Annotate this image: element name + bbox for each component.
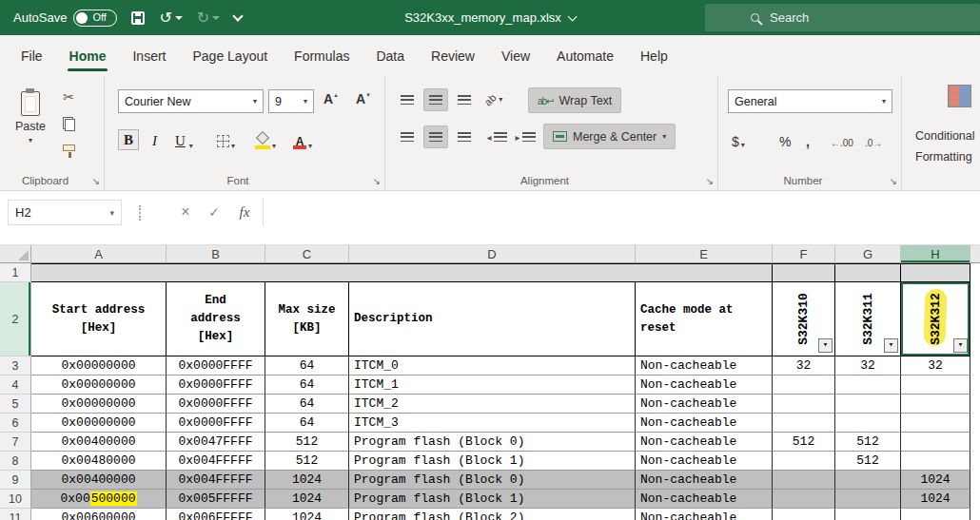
autosave-toggle[interactable]: Off <box>73 10 117 27</box>
header-cell-s32k311[interactable]: S32K311 <box>835 282 901 356</box>
cell-G11[interactable] <box>835 509 901 520</box>
tab-help[interactable]: Help <box>627 35 681 76</box>
cell-A9[interactable]: 0x00400000 <box>31 471 167 490</box>
cell-G9[interactable] <box>835 471 901 490</box>
cell-H8[interactable] <box>901 452 970 471</box>
cell-H9[interactable]: 1024 <box>901 471 970 490</box>
cell-G8[interactable]: 512 <box>835 452 901 471</box>
title-dropdown-icon[interactable] <box>567 11 577 21</box>
cell-H10[interactable]: 1024 <box>901 490 970 509</box>
cell-F9[interactable] <box>773 471 835 490</box>
paste-dropdown-icon[interactable] <box>29 137 32 144</box>
align-bottom-button[interactable] <box>452 88 477 111</box>
header-cell-start-address[interactable]: Start address [Hex] <box>31 282 167 356</box>
column-header-B[interactable]: B <box>167 245 265 263</box>
row-header-4[interactable]: 4 <box>0 376 31 395</box>
column-header-G[interactable]: G <box>835 245 901 263</box>
copy-button[interactable] <box>57 112 80 135</box>
cell-H5[interactable] <box>901 395 970 414</box>
cell-F3[interactable]: 32 <box>773 356 835 376</box>
borders-button[interactable] <box>217 128 235 150</box>
shrink-font-button[interactable]: A▾ <box>356 91 370 106</box>
row-header-3[interactable]: 3 <box>0 356 31 376</box>
font-size-dropdown-icon[interactable] <box>304 98 307 106</box>
undo-button[interactable] <box>159 9 182 27</box>
cell-C9[interactable]: 1024 <box>265 471 349 490</box>
tab-home[interactable]: Home <box>56 35 120 76</box>
column-header-H[interactable]: H <box>901 245 970 263</box>
cell-G6[interactable] <box>835 414 901 433</box>
header-cell-description[interactable]: Description <box>349 282 636 356</box>
cell-B8[interactable]: 0x004FFFFF <box>167 452 265 471</box>
cell-F8[interactable] <box>773 452 835 471</box>
cell-C7[interactable]: 512 <box>265 433 349 452</box>
cell-D5[interactable]: ITCM_2 <box>349 395 636 414</box>
borders-dropdown-icon[interactable] <box>231 143 235 150</box>
cell-C3[interactable]: 64 <box>265 356 349 376</box>
cut-button[interactable] <box>57 86 80 108</box>
align-right-button[interactable] <box>452 125 477 148</box>
tab-view[interactable]: View <box>488 35 543 76</box>
accounting-format-button[interactable]: $ <box>732 127 745 149</box>
number-format-dropdown-icon[interactable] <box>882 98 886 106</box>
tab-file[interactable]: File <box>8 35 56 76</box>
cell-C6[interactable]: 64 <box>265 414 349 433</box>
cell-G1[interactable] <box>835 263 901 282</box>
cell-B10[interactable]: 0x005FFFFF <box>167 490 265 509</box>
cell-E4[interactable]: Non-cacheable <box>636 376 773 395</box>
cell-D7[interactable]: Program flash (Block 0) <box>349 433 636 452</box>
italic-button[interactable]: I <box>148 128 161 150</box>
header-cell-end-address[interactable]: End address [Hex] <box>167 282 265 356</box>
tab-formulas[interactable]: Formulas <box>281 35 363 76</box>
fill-color-button[interactable] <box>255 128 276 150</box>
decrease-indent-button[interactable]: ◂ <box>484 125 509 148</box>
currency-dropdown-icon[interactable] <box>741 142 745 149</box>
cell-A5[interactable]: 0x00000000 <box>31 395 167 414</box>
increase-indent-button[interactable]: ▸ <box>513 125 538 148</box>
align-center-button[interactable] <box>423 125 448 148</box>
cell-E7[interactable]: Non-cacheable <box>636 433 773 452</box>
header-cell-s32k312-selected[interactable]: S32K312 <box>901 282 970 356</box>
cell-F1[interactable] <box>773 263 835 282</box>
cell-C11[interactable]: 1024 <box>265 509 349 520</box>
cell-D9[interactable]: Program flash (Block 0) <box>349 471 636 490</box>
font-name-combo[interactable]: Courier New <box>118 89 264 113</box>
orientation-button[interactable]: ab <box>484 88 517 111</box>
row-header-9[interactable]: 9 <box>0 471 31 490</box>
font-color-button[interactable] <box>293 128 312 150</box>
column-header-A[interactable]: A <box>31 245 167 263</box>
cell-F5[interactable] <box>773 395 835 414</box>
cell-C4[interactable]: 64 <box>265 376 349 395</box>
bold-button[interactable]: B <box>118 128 139 150</box>
cell-H3[interactable]: 32 <box>901 356 970 376</box>
insert-function-icon[interactable]: fx <box>232 200 257 224</box>
cell-B5[interactable]: 0x0000FFFF <box>167 395 265 414</box>
align-middle-button[interactable] <box>423 88 448 111</box>
cell-B6[interactable]: 0x0000FFFF <box>167 414 265 433</box>
column-header-D[interactable]: D <box>349 245 636 263</box>
cell-H7[interactable] <box>901 433 970 452</box>
orientation-dropdown-icon[interactable] <box>499 96 502 104</box>
filter-dropdown-button[interactable] <box>884 338 898 353</box>
cell-D6[interactable]: ITCM_3 <box>349 414 636 433</box>
row-header-8[interactable]: 8 <box>0 452 31 471</box>
cell-D3[interactable]: ITCM_0 <box>349 356 636 376</box>
cell-B11[interactable]: 0x006FFFFF <box>167 509 265 520</box>
cell-E9[interactable]: Non-cacheable <box>636 471 773 490</box>
cell-E5[interactable]: Non-cacheable <box>636 395 773 414</box>
font-color-dropdown-icon[interactable] <box>308 143 312 150</box>
tab-page-layout[interactable]: Page Layout <box>179 35 281 76</box>
cell-G5[interactable] <box>835 395 901 414</box>
cell-A8[interactable]: 0x00480000 <box>31 452 167 471</box>
cell-F10[interactable] <box>773 490 835 509</box>
alignment-dialog-launcher-icon[interactable] <box>706 176 714 186</box>
row-header-2[interactable]: 2 <box>0 282 31 356</box>
column-header-E[interactable]: E <box>636 245 773 263</box>
format-painter-button[interactable] <box>57 139 80 162</box>
cell-D11[interactable]: Program flash (Block 2) <box>349 509 636 520</box>
cell-A10[interactable]: 0x00500000 <box>31 490 167 509</box>
cell-E10[interactable]: Non-cacheable <box>636 490 773 509</box>
tab-data[interactable]: Data <box>363 35 418 76</box>
column-header-F[interactable]: F <box>773 245 835 263</box>
cell-E6[interactable]: Non-cacheable <box>636 414 773 433</box>
